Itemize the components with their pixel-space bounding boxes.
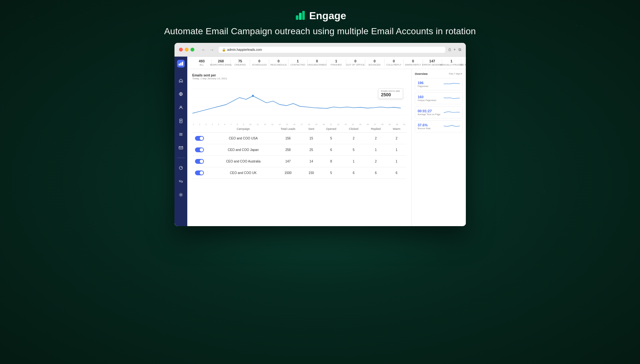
split-icon[interactable]: ⧉: [458, 47, 461, 52]
gear-icon[interactable]: [177, 191, 184, 198]
toggle-container: [195, 147, 211, 152]
metric-info: 00:01:27 Average Time on Page: [418, 109, 444, 115]
x-label-31: 31: [403, 123, 406, 125]
share-icon[interactable]: ⎙: [449, 47, 451, 52]
x-label-4: 4: [212, 123, 213, 125]
metric-info: 160 Unique Pageviews: [418, 95, 444, 101]
stat-created[interactable]: 75 CREATED: [231, 59, 250, 66]
warm: 1: [387, 156, 406, 167]
campaign-name: CEO and COO USA: [214, 133, 273, 144]
maximize-button[interactable]: [190, 48, 194, 51]
warm: 2: [387, 133, 406, 144]
stat-number: 0: [258, 59, 260, 63]
metric-sparkline-1: [444, 94, 460, 102]
stat-number: 0: [374, 59, 376, 63]
close-button[interactable]: [179, 48, 183, 51]
x-label-24: 24: [352, 123, 354, 125]
campaign-toggle-3[interactable]: [195, 170, 204, 175]
stat-contacted[interactable]: 1 CONTACTED: [288, 59, 308, 66]
metric-label: Bounce Rate: [418, 127, 444, 130]
back-button[interactable]: ←: [200, 46, 207, 53]
campaign-name: CEO and COO Australia: [214, 156, 273, 167]
metrics-container: 196 Pageviews 160 Unique Pageviews 00:01…: [415, 78, 463, 132]
svg-rect-4: [180, 63, 182, 66]
col-total-leads: Total Leads: [273, 125, 303, 133]
document-icon[interactable]: [177, 117, 184, 124]
stat-label: WARM-REPLY: [405, 63, 421, 66]
replied: 2: [365, 156, 387, 167]
col-campaign: Campaign: [214, 125, 273, 133]
sent: 14: [303, 156, 320, 167]
url-text: admin.happierleads.com: [227, 48, 262, 51]
minimize-button[interactable]: [185, 48, 189, 51]
sent: 150: [303, 167, 320, 179]
col-sent: Sent: [303, 125, 320, 133]
x-label-18: 18: [308, 123, 310, 125]
browser-nav: ← →: [200, 46, 215, 53]
stat-label: COLD-REPLY: [386, 63, 401, 66]
new-tab-icon[interactable]: +: [453, 47, 456, 52]
col-replied: Replied: [365, 125, 387, 133]
x-label-19: 19: [315, 123, 318, 125]
campaign-toggle-1[interactable]: [195, 147, 204, 152]
svg-point-17: [180, 194, 182, 195]
x-label-14: 14: [279, 123, 281, 125]
engage-logo-icon: [294, 10, 306, 22]
metric-card-0: 196 Pageviews: [415, 78, 463, 90]
stat-cold-reply[interactable]: 0 COLD-REPLY: [385, 59, 404, 66]
toggle-container: [195, 159, 211, 164]
metric-info: 196 Pageviews: [418, 81, 444, 87]
stat-error-sending[interactable]: 147 ERROR-SENDING: [423, 59, 442, 66]
home-icon[interactable]: [177, 77, 184, 84]
browser-window: ← → 🔒 admin.happierleads.com ⎙ + ⧉: [174, 43, 466, 226]
sent: 15: [303, 133, 320, 144]
x-label-23: 23: [344, 123, 347, 125]
metric-label: Unique Pageviews: [418, 99, 444, 101]
table-row: CEO and COO UK 1500 150 5 6 6 6: [192, 167, 406, 179]
campaign-toggle-2[interactable]: [195, 159, 204, 164]
overview-period[interactable]: Past 7 days ▾: [449, 73, 463, 75]
clicked: 1: [343, 156, 364, 167]
main-panel: Emails sent per Today, 1 day January 13,…: [187, 69, 411, 226]
stat-unsubscribed[interactable]: 0 UNSUBSCRIBED: [308, 59, 327, 66]
stat-number: 75: [238, 59, 242, 63]
stat-finished[interactable]: 1 FINISHED: [327, 59, 346, 66]
stat-label: SEARCHING-EMAIL: [210, 63, 232, 66]
stat-number: 0: [278, 59, 279, 63]
stat-searching-email[interactable]: 268 SEARCHING-EMAIL: [212, 59, 231, 66]
list-icon[interactable]: [177, 131, 184, 138]
analytics-icon[interactable]: [177, 164, 184, 171]
stat-label: MANUALLY-PAUSED: [440, 63, 463, 66]
stat-manually-paused[interactable]: 1 MANUALLY-PAUSED: [442, 59, 461, 66]
link-icon[interactable]: [177, 178, 184, 185]
stat-label: SCHEDULED: [252, 63, 267, 66]
toggle-cell: [192, 167, 214, 179]
stat-label: NO EMAIL FOUND: [460, 63, 466, 66]
stat-number: 0: [412, 59, 414, 63]
metric-info: 37.6% Bounce Rate: [418, 123, 444, 130]
sent: 25: [303, 144, 320, 156]
stat-all[interactable]: 493 ALL: [192, 59, 212, 66]
chart-tooltip: Emails sent to date 2500: [378, 88, 403, 99]
tooltip-label: Emails sent to date: [381, 90, 400, 92]
email-icon[interactable]: [177, 144, 184, 151]
address-bar[interactable]: 🔒 admin.happierleads.com: [219, 47, 446, 53]
metric-value: 37.6%: [418, 123, 444, 127]
stat-warm-reply[interactable]: 0 WARM-REPLY: [404, 59, 423, 66]
contacts-icon[interactable]: [177, 104, 184, 111]
stat-label: CREATED: [234, 63, 246, 66]
stat-number: 1: [335, 59, 337, 63]
stat-no-email-found[interactable]: 0 NO EMAIL FOUND: [461, 59, 466, 66]
stat-out-of-office[interactable]: 0 OUT OF OFFICE: [346, 59, 365, 66]
stat-scheduled[interactable]: 0 SCHEDULED: [250, 59, 269, 66]
campaign-toggle-0[interactable]: [195, 136, 204, 141]
x-label-21: 21: [330, 123, 332, 125]
metric-sparkline-2: [444, 108, 460, 116]
globe-icon[interactable]: [177, 91, 184, 98]
forward-button[interactable]: →: [208, 46, 215, 53]
stat-reschedule[interactable]: 0 RESCHEDULE: [269, 59, 288, 66]
stat-bounced[interactable]: 0 BOUNCED: [365, 59, 385, 66]
toggle-cell: [192, 156, 214, 167]
metric-label: Average Time on Page: [418, 113, 444, 115]
x-label-8: 8: [237, 123, 238, 125]
